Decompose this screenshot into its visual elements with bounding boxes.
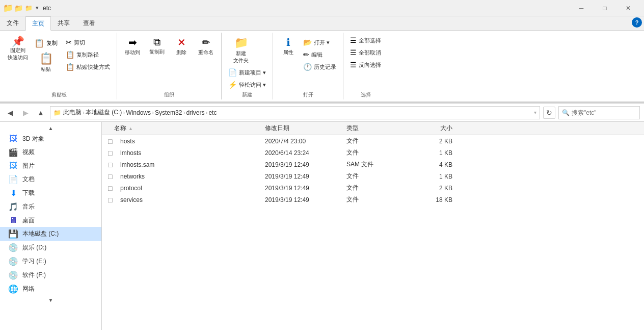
sidebar-item-video[interactable]: 🎬 视频 [0,145,101,159]
sidebar-item-documents[interactable]: 📄 文档 [0,172,101,186]
file-row-networks[interactable]: □ networks 2019/3/19 12:49 文件 1 KB [102,170,644,182]
edit-button[interactable]: ✏ 编辑 [301,49,339,60]
file-date-lmhosts: 2020/6/14 23:24 [265,149,346,157]
local-e-icon: 💿 [8,257,18,266]
local-c-icon: 💾 [8,229,18,239]
file-name-cell-services: □ services [102,196,265,204]
sidebar-item-local-f[interactable]: 💿 软件 (F:) [0,268,101,282]
copy-path-button[interactable]: 📋 复制路径 [63,49,113,60]
address-path[interactable]: 📁 此电脑 › 本地磁盘 (C:) › Windows › System32 ›… [50,106,540,119]
maximize-button[interactable]: □ [593,0,616,16]
deselect-all-button[interactable]: ☰ 全部取消 [347,47,384,58]
sidebar-item-local-d[interactable]: 💿 娱乐 (D:) [0,241,101,255]
dropdown-arrow[interactable]: ▾ [36,5,39,11]
delete-label: 删除 [176,49,186,56]
file-row-lmhosts[interactable]: □ lmhosts 2020/6/14 23:24 文件 1 KB [102,147,644,159]
move-to-button[interactable]: ➡ 移动到 [121,35,144,58]
new-folder-button[interactable]: 📁 新建文件夹 [226,35,256,66]
cut-button[interactable]: ✂ 剪切 [63,37,113,48]
copy-button[interactable]: 📋 复制 [32,37,60,49]
tab-home[interactable]: 主页 [25,16,51,31]
pin-button[interactable]: 📌 固定到快速访问 [5,35,31,63]
sidebar-item-music[interactable]: 🎵 音乐 [0,200,101,214]
help-button[interactable]: ? [632,17,642,28]
invert-selection-button[interactable]: ☰ 反向选择 [347,59,384,70]
3d-icon: 🖼 [8,134,18,143]
file-row-hosts[interactable]: □ hosts 2020/7/4 23:00 文件 2 KB [102,135,644,147]
file-area: 名称 ▲ 修改日期 类型 大小 □ hosts 2020/7/4 23:00 文… [102,122,644,330]
properties-button[interactable]: ℹ 属性 [277,35,300,58]
history-button[interactable]: 🕐 历史记录 [301,61,339,72]
copy-to-icon: ⧉ [153,36,160,48]
file-type-protocol: 文件 [346,184,408,192]
address-bar: ◀ ▶ ▲ 📁 此电脑 › 本地磁盘 (C:) › Windows › Syst… [0,104,644,122]
paste-shortcut-button[interactable]: 📋 粘贴快捷方式 [63,61,113,72]
history-icon: 🕐 [303,63,312,71]
select-all-label: 全部选择 [359,37,381,44]
sidebar-item-downloads[interactable]: ⬇ 下载 [0,186,101,200]
rename-button[interactable]: ✏ 重命名 [195,35,217,58]
file-type-services: 文件 [346,195,408,204]
sidebar-label-local-d: 娱乐 (D:) [22,243,46,252]
folder-icon2: 📁 [14,4,22,12]
copy-icon: 📋 [34,38,44,48]
sidebar-item-3d[interactable]: 🖼 3D 对象 [0,132,101,145]
file-icon-lmhosts: □ [108,149,117,157]
file-size-hosts: 2 KB [408,138,459,145]
scroll-up-arrow[interactable]: ▲ [0,124,101,132]
tab-file[interactable]: 文件 [0,16,25,30]
file-name-protocol: protocol [120,185,142,192]
sidebar-item-picture[interactable]: 🖼 图片 [0,159,101,172]
deselect-all-icon: ☰ [350,48,357,57]
local-d-icon: 💿 [8,243,18,252]
sidebar-item-local-e[interactable]: 💿 学习 (E:) [0,255,101,268]
back-button[interactable]: ◀ [4,107,16,119]
tab-share[interactable]: 共享 [51,16,76,30]
close-button[interactable]: ✕ [616,0,640,16]
paste-button[interactable]: 📋 粘贴 [32,50,60,74]
copy-to-button[interactable]: ⧉ 复制到 [146,35,168,57]
copy-path-label: 复制路径 [76,51,99,59]
file-type-hosts: 文件 [346,137,408,145]
file-date-lmhosts-sam: 2019/3/19 12:49 [265,161,346,168]
col-header-name[interactable]: 名称 ▲ [102,124,265,133]
new-group: 📁 新建文件夹 📄 新建项目 ▾ ⚡ 轻松访问 ▾ 新建 [222,33,273,99]
col-header-type[interactable]: 类型 [346,124,408,133]
open-button[interactable]: 📂 打开 ▾ [301,37,339,48]
sidebar-item-network[interactable]: 🌐 网络 [0,282,101,296]
up-button[interactable]: ▲ [35,107,47,119]
video-icon: 🎬 [8,147,18,157]
scroll-down-arrow[interactable]: ▼ [0,296,101,304]
refresh-button[interactable]: ↻ [543,107,555,119]
path-dropdown-icon[interactable]: ▾ [534,110,536,115]
file-name-hosts: hosts [120,138,135,145]
easy-access-button[interactable]: ⚡ 轻松访问 ▾ [226,79,269,90]
forward-button[interactable]: ▶ [19,107,32,119]
file-size-protocol: 2 KB [408,185,459,192]
new-item-label: 新建项目 ▾ [239,69,266,77]
cut-icon: ✂ [66,38,72,46]
col-header-size[interactable]: 大小 [408,124,459,133]
network-icon: 🌐 [8,284,18,294]
delete-button[interactable]: ✕ 删除 [170,35,193,58]
tab-view[interactable]: 查看 [76,16,102,30]
select-all-icon: ☰ [350,36,357,44]
file-header: 名称 ▲ 修改日期 类型 大小 [102,122,644,135]
open-extra: 📂 打开 ▾ ✏ 编辑 🕐 历史记录 [301,35,339,72]
path-part-windows: Windows [126,109,151,116]
new-item-button[interactable]: 📄 新建项目 ▾ [226,67,269,78]
file-row-protocol[interactable]: □ protocol 2019/3/19 12:49 文件 2 KB [102,182,644,194]
title-bar: 📁 📁 📁 ▾ etc ─ □ ✕ [0,0,644,16]
file-row-lmhosts-sam[interactable]: □ lmhosts.sam 2019/3/19 12:49 SAM 文件 4 K… [102,159,644,170]
downloads-icon: ⬇ [8,188,18,198]
col-header-date[interactable]: 修改日期 [265,124,346,133]
picture-icon: 🖼 [8,161,18,170]
sidebar-item-local-c[interactable]: 💾 本地磁盘 (C:) [0,227,101,241]
file-row-services[interactable]: □ services 2019/3/19 12:49 文件 18 KB [102,194,644,206]
search-input[interactable] [572,109,636,116]
sidebar-label-desktop: 桌面 [22,216,35,225]
clipboard-items: 📌 固定到快速访问 📋 复制 📋 粘贴 [5,33,113,90]
select-all-button[interactable]: ☰ 全部选择 [347,35,384,46]
sidebar-item-desktop[interactable]: 🖥 桌面 [0,214,101,227]
minimize-button[interactable]: ─ [570,0,593,16]
